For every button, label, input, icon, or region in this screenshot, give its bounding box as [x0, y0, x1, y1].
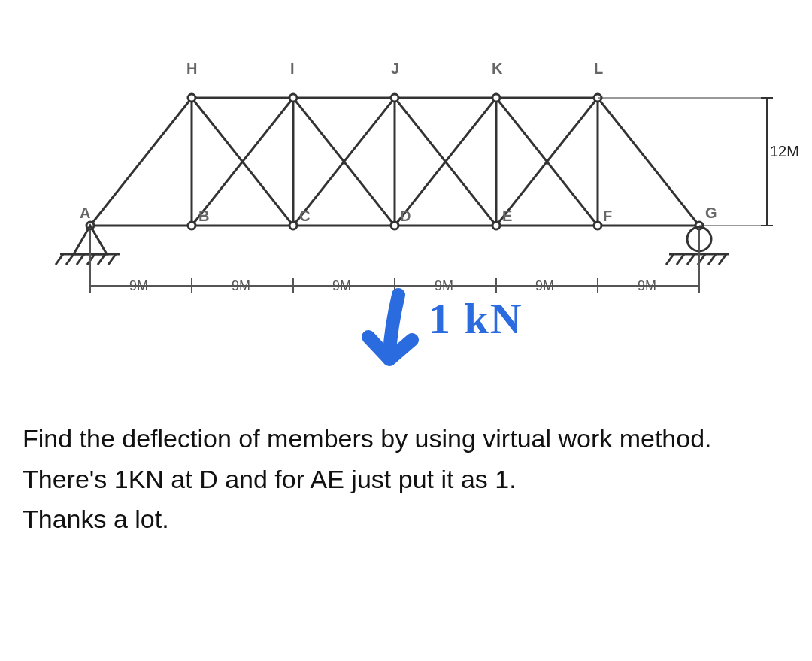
problem-line: Find the deflection of members by using …	[23, 421, 789, 457]
svg-point-18	[188, 222, 195, 229]
span-label: 9M	[435, 278, 453, 294]
svg-line-32	[66, 254, 74, 265]
svg-line-43	[708, 254, 716, 265]
span-label: 9M	[232, 278, 250, 294]
span-label: 9M	[332, 278, 351, 294]
node-label-b: B	[198, 208, 209, 225]
support-a-icon	[56, 226, 120, 265]
span-label: 9M	[638, 278, 656, 294]
svg-line-8	[598, 98, 699, 226]
svg-line-44	[719, 254, 726, 265]
svg-point-21	[492, 222, 500, 229]
problem-statement: Find the deflection of members by using …	[23, 421, 789, 542]
height-label: 12M	[770, 143, 799, 160]
truss-figure: H I J K L A B C D E F G 9M 9M 9M 9M 9M 9…	[15, 30, 797, 368]
node-label-a: A	[80, 205, 90, 222]
node-label-f: F	[603, 208, 612, 225]
load-arrow-icon	[368, 295, 412, 359]
svg-line-7	[90, 98, 192, 226]
node-label-d: D	[400, 208, 411, 225]
span-label: 9M	[535, 278, 554, 294]
svg-point-24	[188, 94, 195, 102]
page-canvas: H I J K L A B C D E F G 9M 9M 9M 9M 9M 9…	[0, 0, 812, 661]
svg-point-20	[391, 222, 398, 229]
svg-line-36	[108, 254, 116, 265]
svg-line-40	[677, 254, 684, 265]
svg-line-33	[77, 254, 84, 265]
node-label-e: E	[502, 208, 512, 225]
problem-line: Thanks a lot.	[23, 502, 789, 538]
load-annotation: 1 kN	[429, 293, 523, 344]
svg-point-22	[594, 222, 601, 229]
node-label-j: J	[391, 60, 399, 77]
span-label: 9M	[129, 278, 148, 294]
svg-line-39	[666, 254, 674, 265]
node-label-h: H	[186, 60, 197, 77]
node-label-g: G	[705, 205, 717, 222]
svg-line-31	[56, 254, 63, 265]
svg-line-35	[98, 254, 105, 265]
svg-point-27	[492, 94, 500, 102]
svg-point-19	[289, 222, 297, 229]
node-label-k: K	[492, 60, 502, 77]
svg-line-41	[687, 254, 695, 265]
node-label-i: I	[290, 60, 295, 77]
node-label-l: L	[594, 60, 603, 77]
svg-point-26	[391, 94, 398, 102]
svg-point-25	[289, 94, 297, 102]
problem-line: There's 1KN at D and for AE just put it …	[23, 462, 789, 498]
support-g-icon	[666, 227, 729, 265]
node-label-c: C	[299, 208, 310, 225]
truss-svg	[15, 30, 797, 368]
